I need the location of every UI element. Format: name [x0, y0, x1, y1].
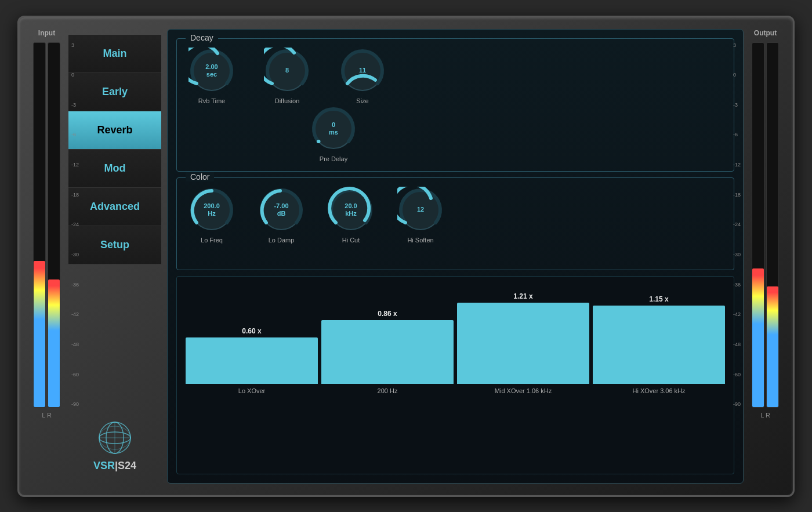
- knob-hi-cut-label: Hi Cut: [342, 237, 360, 244]
- knob-hi-soften-label: Hi Soften: [407, 237, 433, 244]
- knob-hi-soften-wrapper[interactable]: 12: [397, 187, 444, 233]
- output-meter-left: [752, 42, 764, 408]
- output-label: Output: [754, 29, 777, 37]
- bar-200hz-value: 0.86 x: [378, 310, 397, 318]
- main-content: Decay 2.00sec Rvb Time: [167, 29, 744, 484]
- knob-lo-damp-wrapper[interactable]: -7.00dB: [258, 187, 304, 233]
- knob-diffusion-svg: [264, 48, 310, 94]
- input-meter-left: [33, 42, 46, 408]
- input-meter-right-fill: [48, 279, 60, 407]
- input-meter-section: Input 3 0 -3 -6 -12 -18 -24 -30 -36 -42 …: [31, 29, 63, 484]
- knob-diffusion-wrapper[interactable]: 8: [264, 48, 310, 94]
- output-meter-right: [766, 42, 779, 408]
- output-meter-right-fill: [767, 286, 778, 406]
- sidebar: Main Early Reverb Mod Advanced Setup VSR…: [68, 29, 161, 484]
- knob-lo-damp-label: Lo Damp: [269, 237, 295, 244]
- bar-mid-xover-rect: [457, 303, 589, 384]
- knob-diffusion-label: Diffusion: [275, 97, 300, 104]
- knob-size-svg: [339, 48, 386, 94]
- nav-main[interactable]: Main: [68, 35, 161, 73]
- bar-mid-xover-label: Mid XOver 1.06 kHz: [457, 387, 589, 394]
- input-meter-right: [48, 42, 60, 408]
- knob-predelay-svg: [310, 106, 357, 152]
- color-title: Color: [186, 172, 214, 181]
- bar-200hz-rect: [321, 320, 454, 384]
- nav-reverb[interactable]: Reverb: [68, 111, 161, 150]
- knob-size[interactable]: 11 Size: [339, 48, 386, 104]
- knob-hi-cut-wrapper[interactable]: 20.0kHz: [328, 187, 374, 233]
- knob-lo-freq-label: Lo Freq: [201, 237, 223, 244]
- logo-area: VSR|S24: [68, 409, 161, 484]
- color-section: Color 200.0Hz Lo Freq: [176, 177, 734, 270]
- knob-lo-damp[interactable]: -7.00dB Lo Damp: [258, 187, 304, 244]
- color-knobs-row: 200.0Hz Lo Freq -7.00dB Lo Damp: [188, 187, 722, 244]
- nav-mod[interactable]: Mod: [68, 150, 161, 188]
- bar-lo-xover[interactable]: 0.60 x: [186, 327, 318, 384]
- knob-hi-soften[interactable]: 12 Hi Soften: [397, 187, 444, 244]
- knob-predelay-group: 0ms Pre Delay: [310, 106, 357, 162]
- logo-text: VSR|S24: [93, 460, 136, 472]
- nav-early[interactable]: Early: [68, 73, 161, 111]
- decay-section: Decay 2.00sec Rvb Time: [176, 38, 734, 172]
- knob-predelay[interactable]: 0ms Pre Delay: [310, 106, 357, 162]
- bar-mid-xover[interactable]: 1.21 x: [457, 292, 589, 384]
- plugin-frame: Input 3 0 -3 -6 -12 -18 -24 -30 -36 -42 …: [17, 16, 795, 497]
- bar-mid-xover-value: 1.21 x: [513, 292, 532, 300]
- knob-hi-cut[interactable]: 20.0kHz Hi Cut: [328, 187, 374, 244]
- decay-title: Decay: [186, 33, 218, 42]
- nav-advanced[interactable]: Advanced: [68, 188, 161, 226]
- knob-hi-soften-svg: [397, 187, 444, 233]
- knob-diffusion[interactable]: 8 Diffusion: [264, 48, 310, 104]
- bar-lo-xover-value: 0.60 x: [242, 327, 261, 335]
- knob-predelay-label: Pre Delay: [320, 155, 347, 162]
- bar-chart-container: 0.60 x 0.86 x 1.21 x 1.15 x: [186, 285, 725, 384]
- knob-lo-freq-svg: [188, 187, 235, 233]
- bar-hi-xover[interactable]: 1.15 x: [593, 295, 725, 384]
- knob-rvb-time-svg: [188, 48, 235, 94]
- decay-knobs-row: 2.00sec Rvb Time 8 Diffusion: [188, 48, 722, 162]
- knob-lo-damp-svg: [258, 187, 304, 233]
- bar-200hz-label: 200 Hz: [321, 387, 454, 394]
- output-meter-left-fill: [752, 268, 764, 407]
- knob-lo-freq-wrapper[interactable]: 200.0Hz: [188, 187, 235, 233]
- bar-hi-xover-rect: [593, 306, 725, 384]
- knob-size-label: Size: [356, 97, 368, 104]
- bar-hi-xover-value: 1.15 x: [649, 295, 668, 303]
- output-meter-section: Output 3 0 -3 -6 -12 -18 -24 -30 -36 -42…: [749, 29, 781, 484]
- bar-chart-section: 0.60 x 0.86 x 1.21 x 1.15 x: [176, 276, 734, 474]
- knob-size-wrapper[interactable]: 11: [339, 48, 386, 94]
- input-label: Input: [38, 29, 55, 37]
- knob-rvb-time-wrapper[interactable]: 2.00sec: [188, 48, 235, 94]
- nav-setup[interactable]: Setup: [68, 226, 161, 264]
- bar-lo-xover-rect: [186, 337, 318, 384]
- bar-axis-labels: Lo XOver 200 Hz Mid XOver 1.06 kHz Hi XO…: [186, 387, 725, 394]
- knob-lo-freq[interactable]: 200.0Hz Lo Freq: [188, 187, 235, 244]
- bar-lo-xover-label: Lo XOver: [186, 387, 318, 394]
- logo-globe-icon: [97, 420, 132, 455]
- bar-200hz[interactable]: 0.86 x: [321, 310, 454, 384]
- knob-predelay-wrapper[interactable]: 0ms: [310, 106, 357, 152]
- knob-hi-cut-svg: [328, 187, 374, 233]
- input-meter-left-fill: [34, 261, 45, 406]
- knob-rvb-time-label: Rvb Time: [198, 97, 225, 104]
- bar-hi-xover-label: Hi XOver 3.06 kHz: [593, 387, 725, 394]
- input-lr: L R: [42, 412, 52, 419]
- knob-rvb-time[interactable]: 2.00sec Rvb Time: [188, 48, 235, 104]
- output-lr: L R: [760, 412, 770, 419]
